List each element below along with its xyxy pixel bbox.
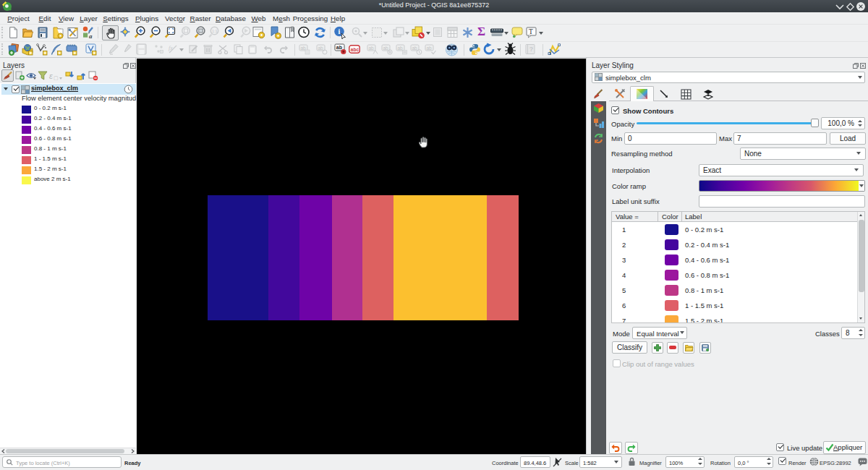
svg-text:T: T xyxy=(529,28,533,35)
svg-text:ab: ab xyxy=(336,45,342,50)
svg-text:a: a xyxy=(89,33,93,40)
svg-text:ab: ab xyxy=(301,46,307,51)
svg-text:i: i xyxy=(339,27,341,35)
svg-text:ab: ab xyxy=(383,46,389,51)
svg-text:ab: ab xyxy=(427,46,433,51)
svg-text:ab: ab xyxy=(412,46,418,51)
svg-text:?: ? xyxy=(529,46,534,53)
svg-text:abc: abc xyxy=(351,47,359,52)
svg-text:ab: ab xyxy=(369,46,375,51)
svg-text:1:1: 1:1 xyxy=(212,29,218,33)
svg-text:fx: fx xyxy=(169,45,173,51)
svg-text:ab: ab xyxy=(318,46,324,51)
svg-text:ab: ab xyxy=(398,46,404,51)
